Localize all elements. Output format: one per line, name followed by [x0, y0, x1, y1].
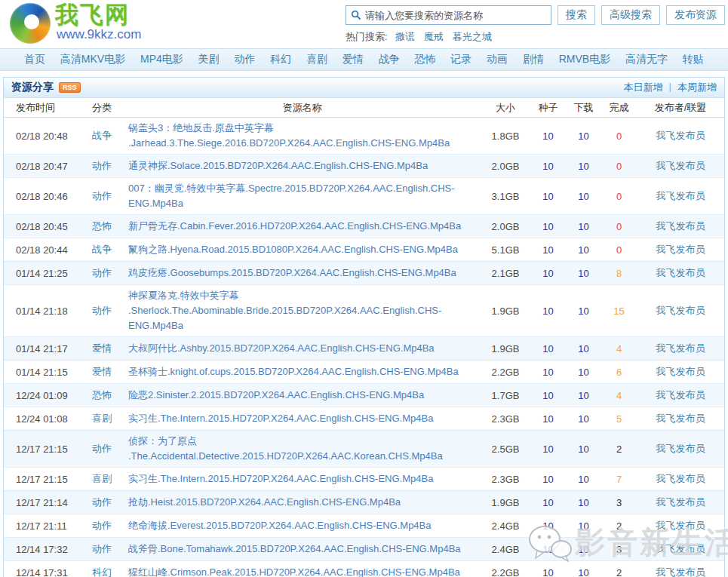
- nav-item[interactable]: MP4电影: [140, 53, 183, 66]
- nav-item[interactable]: 高清MKV电影: [60, 53, 125, 66]
- nav-item[interactable]: 科幻: [270, 53, 291, 66]
- row-resource-link[interactable]: 鸡皮疙瘩.Goosebumps.2015.BD720P.X264.AAC.Eng…: [128, 265, 481, 281]
- nav-item[interactable]: 转贴: [683, 53, 704, 66]
- nav-item[interactable]: 剧情: [523, 53, 544, 66]
- today-new-link[interactable]: 本日新增: [624, 81, 663, 94]
- table-row: 01/14 21:18 动作 神探夏洛克.特效中英字幕.Sherlock.The…: [4, 285, 724, 337]
- nav-item[interactable]: 动作: [234, 53, 255, 66]
- row-downloads: 10: [566, 191, 601, 202]
- row-size: 1.9GB: [481, 497, 530, 508]
- row-category-link[interactable]: 动作: [75, 519, 128, 532]
- row-time: 12/24 01:09: [4, 390, 75, 401]
- row-category-link[interactable]: 科幻: [75, 566, 128, 577]
- publish-resource-button[interactable]: 发布资源: [666, 5, 725, 25]
- nav-item[interactable]: 爱情: [342, 53, 364, 66]
- row-resource-link[interactable]: 大叔阿什比.Ashby.2015.BD720P.X264.AAC.English…: [128, 341, 481, 356]
- row-resource-link[interactable]: 实习生.The.Intern.2015.HD720P.X264.AAC.Engl…: [128, 471, 481, 486]
- row-publisher-link[interactable]: 我飞发布员: [637, 189, 724, 203]
- row-downloads: 10: [566, 497, 601, 508]
- row-resource-link[interactable]: 圣杯骑士.knight.of.cups.2015.BD720P.X264.AAC…: [128, 364, 481, 379]
- col-header-seeds: 种子: [530, 101, 566, 115]
- row-publisher-link[interactable]: 我飞发布员: [637, 442, 724, 456]
- row-category-link[interactable]: 动作: [75, 442, 128, 456]
- row-resource-link[interactable]: 猩红山峰.Crimson.Peak.2015.HD720P.X264.AAC.E…: [128, 565, 481, 577]
- row-resource-link[interactable]: 通灵神探.Solace.2015.BD720P.X264.AAC.English…: [128, 158, 481, 173]
- nav-item[interactable]: 喜剧: [306, 53, 327, 66]
- row-category-link[interactable]: 爱情: [75, 365, 128, 379]
- search-input[interactable]: [365, 10, 546, 21]
- row-publisher-link[interactable]: 我飞发布员: [637, 266, 724, 280]
- week-new-link[interactable]: 本周新增: [677, 81, 717, 94]
- row-publisher-link[interactable]: 我飞发布员: [637, 519, 724, 532]
- row-publisher-link[interactable]: 我飞发布员: [637, 496, 724, 509]
- row-resource-link[interactable]: 实习生.The.Intern.2015.HD720P.X264.AAC.Engl…: [128, 411, 481, 426]
- row-category-link[interactable]: 动作: [75, 542, 128, 556]
- row-resource-link[interactable]: 侦探：为了原点.The.Accidental.Detective.2015.HD…: [128, 434, 481, 464]
- rss-icon[interactable]: RSS: [59, 82, 81, 93]
- search-box[interactable]: [346, 5, 551, 25]
- row-category-link[interactable]: 喜剧: [75, 412, 128, 425]
- row-resource-link[interactable]: 战斧骨.Bone.Tomahawk.2015.BD720P.X264.AAC.E…: [128, 542, 481, 557]
- row-resource-link[interactable]: 锅盖头3：绝地反击.原盘中英字幕.Jarhead.3.The.Siege.201…: [128, 121, 481, 151]
- row-size: 2.0GB: [481, 221, 530, 232]
- nav-item[interactable]: 恐怖: [414, 53, 435, 66]
- hot-keyword-link[interactable]: 魔戒: [424, 30, 444, 44]
- row-size: 2.3GB: [481, 474, 530, 485]
- row-resource-link[interactable]: 鬣狗之路.Hyena.Road.2015.BD1080P.X264.AAC.En…: [128, 242, 481, 257]
- row-publisher-link[interactable]: 我飞发布员: [637, 388, 724, 402]
- row-time: 02/18 20:46: [4, 191, 75, 202]
- search-button[interactable]: 搜索: [558, 5, 595, 25]
- row-resource-link[interactable]: 007：幽灵党.特效中英字幕.Spectre.2015.BD720P.X264.…: [128, 181, 481, 211]
- row-category-link[interactable]: 恐怖: [75, 388, 128, 402]
- row-size: 1.9GB: [481, 305, 530, 317]
- row-publisher-link[interactable]: 我飞发布员: [637, 219, 724, 233]
- row-publisher-link[interactable]: 我飞发布员: [637, 412, 724, 425]
- row-category-link[interactable]: 动作: [75, 159, 128, 173]
- site-logo[interactable]: 我飞网 www.9kkz.com: [10, 3, 141, 44]
- row-publisher-link[interactable]: 我飞发布员: [637, 342, 724, 355]
- row-publisher-link[interactable]: 我飞发布员: [637, 566, 724, 577]
- row-category-link[interactable]: 爱情: [75, 342, 128, 355]
- nav-item[interactable]: 高清无字: [625, 53, 668, 66]
- row-resource-link[interactable]: 神探夏洛克.特效中英字幕.Sherlock.The.Abominable.Bri…: [128, 288, 481, 333]
- row-category-link[interactable]: 恐怖: [75, 219, 128, 233]
- row-seeds: 10: [530, 474, 566, 485]
- hot-keyword-link[interactable]: 暮光之城: [453, 30, 492, 44]
- nav-item[interactable]: 记录: [450, 53, 472, 66]
- row-size: 2.5GB: [481, 443, 530, 455]
- row-category-link[interactable]: 动作: [75, 266, 128, 280]
- row-resource-link[interactable]: 新尸骨无存.Cabin.Fever.2016.HD720P.X264.AAC.E…: [128, 219, 481, 234]
- row-category-link[interactable]: 动作: [75, 189, 128, 203]
- nav-item[interactable]: 首页: [24, 53, 45, 66]
- row-publisher-link[interactable]: 我飞发布员: [637, 472, 724, 486]
- row-resource-link[interactable]: 抢劫.Heist.2015.BD720P.X264.AAC.English.CH…: [128, 495, 481, 510]
- row-category-link[interactable]: 战争: [75, 129, 128, 143]
- row-time: 01/14 21:15: [4, 367, 75, 378]
- row-category-link[interactable]: 喜剧: [75, 472, 128, 486]
- nav-item[interactable]: 美剧: [198, 53, 220, 66]
- row-downloads: 10: [566, 343, 601, 354]
- site-url: www.9kkz.com: [57, 28, 141, 41]
- table-row: 02/18 20:48 战争 锅盖头3：绝地反击.原盘中英字幕.Jarhead.…: [4, 118, 724, 155]
- row-resource-link[interactable]: 险恶2.Sinister.2.2015.BD720P.X264.AAC.Engl…: [128, 388, 481, 403]
- row-category-link[interactable]: 动作: [75, 496, 128, 509]
- advanced-search-button[interactable]: 高级搜索: [601, 5, 660, 25]
- row-publisher-link[interactable]: 我飞发布员: [637, 129, 724, 143]
- row-publisher-link[interactable]: 我飞发布员: [637, 542, 724, 556]
- section-title: 资源分享: [11, 81, 54, 94]
- row-category-link[interactable]: 动作: [75, 304, 128, 318]
- row-publisher-link[interactable]: 我飞发布员: [637, 159, 724, 173]
- row-downloads: 10: [566, 130, 601, 142]
- row-publisher-link[interactable]: 我飞发布员: [637, 365, 724, 379]
- row-publisher-link[interactable]: 我飞发布员: [637, 243, 724, 256]
- row-resource-link[interactable]: 绝命海拔.Everest.2015.BD720P.X264.AAC.Englis…: [128, 518, 481, 533]
- row-publisher-link[interactable]: 我飞发布员: [637, 304, 724, 318]
- row-category-link[interactable]: 战争: [75, 243, 128, 256]
- nav-item[interactable]: RMVB电影: [559, 53, 610, 66]
- row-seeds: 10: [530, 268, 566, 279]
- nav-item[interactable]: 动画: [487, 53, 508, 66]
- nav-item[interactable]: 战争: [379, 53, 400, 66]
- main-nav: 首页高清MKV电影MP4电影美剧动作科幻喜剧爱情战争恐怖记录动画剧情RMVB电影…: [0, 48, 728, 71]
- row-completed: 2: [601, 520, 637, 532]
- hot-keyword-link[interactable]: 撒谎: [395, 30, 415, 44]
